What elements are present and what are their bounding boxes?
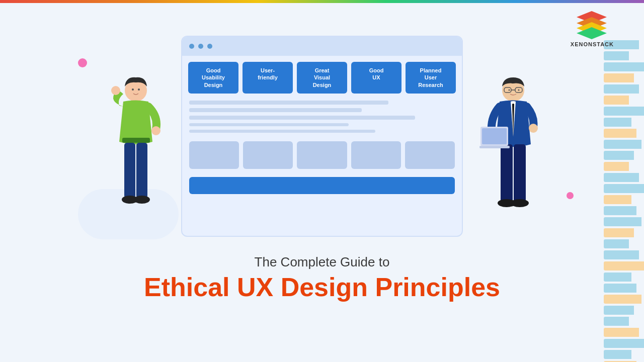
content-line [189,108,362,112]
browser-topbar [182,37,462,56]
svg-rect-24 [482,128,507,144]
svg-rect-19 [514,144,526,202]
svg-rect-7 [136,143,147,198]
grid-card [405,141,455,169]
nav-card-usability: Good Usability Design [188,62,238,94]
footer-bar [189,177,455,194]
figure-female [98,71,174,234]
content-line [189,116,415,120]
main-content: Good Usability Design User- friendly Gre… [0,3,644,362]
illustration-area: Good Usability Design User- friendly Gre… [0,3,644,249]
subtitle-text: The Complete Guide to [144,254,500,270]
deco-circle-pink2 [567,192,574,199]
content-line [189,123,349,126]
text-section: The Complete Guide to Ethical UX Design … [144,249,500,300]
grid-card [189,141,239,169]
browser-dot-3 [207,44,212,49]
svg-point-13 [138,88,140,90]
nav-card-userfriendly: User- friendly [243,62,293,94]
nav-card-ux: Good UX [351,62,401,94]
grid-card [297,141,347,169]
svg-point-28 [518,89,520,91]
svg-point-11 [151,126,160,135]
nav-card-research: Planned User Research [406,62,456,94]
card-grid [182,136,462,174]
content-line [189,101,388,105]
title-text: Ethical UX Design Principles [144,274,500,300]
content-lines [182,94,462,133]
browser-dot-1 [189,44,194,49]
browser-dot-2 [198,44,203,49]
grid-card [243,141,293,169]
svg-rect-6 [124,143,135,198]
nav-cards: Good Usability Design User- friendly Gre… [182,56,462,94]
deco-circle-pink [78,58,87,67]
svg-rect-5 [122,138,150,143]
figure-male [475,71,551,234]
svg-rect-25 [479,146,510,148]
svg-point-10 [111,86,120,95]
nav-card-visual: Great Visual Design [297,62,347,94]
svg-rect-18 [501,144,513,202]
svg-point-26 [529,124,538,133]
grid-card [351,141,401,169]
svg-point-21 [511,199,529,207]
svg-point-27 [509,89,510,91]
browser-mockup: Good Usability Design User- friendly Gre… [181,36,463,237]
svg-point-9 [134,196,150,204]
svg-point-12 [132,88,134,90]
content-line [189,130,375,133]
